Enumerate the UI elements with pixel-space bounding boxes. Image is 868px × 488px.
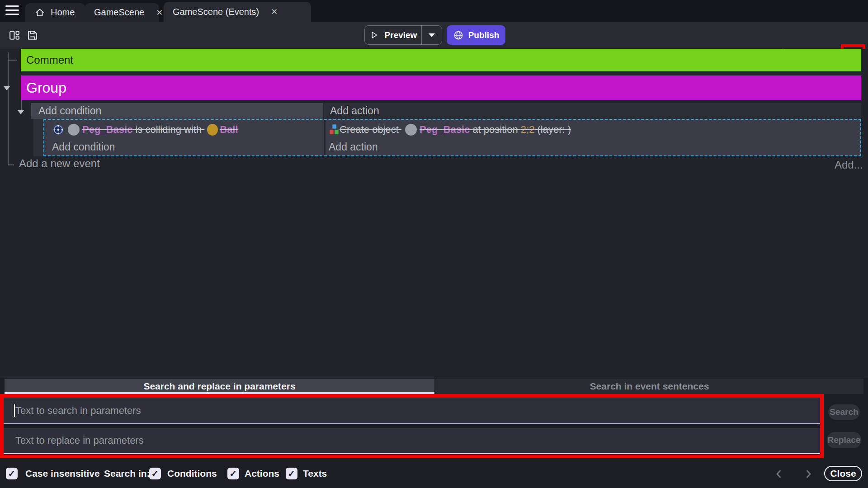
conditions-checkbox[interactable]: ✓	[149, 468, 161, 479]
replace-button[interactable]: Replace	[827, 432, 861, 448]
add-action-row[interactable]: Add action	[324, 103, 861, 119]
object-name: Ball	[220, 124, 238, 136]
active-tab-indicator	[5, 392, 434, 394]
group-row[interactable]: Group	[21, 75, 861, 100]
close-button-label: Close	[830, 468, 856, 479]
tab-gamescene-events[interactable]: GameScene (Events) ✕	[164, 2, 311, 22]
condition-action-divider	[324, 120, 326, 155]
action-text: Create object	[340, 124, 401, 136]
hamburger-menu-icon[interactable]	[5, 5, 19, 16]
text-caret	[14, 404, 15, 417]
tab-bar: Home GameScene ✕ GameScene (Events) ✕	[0, 0, 868, 22]
preview-button[interactable]: Preview	[365, 26, 421, 44]
condition-sentence[interactable]: Peg_Basic is colliding with Ball	[52, 122, 238, 138]
add-condition-label: Add condition	[52, 141, 115, 153]
close-button[interactable]: Close	[824, 466, 862, 481]
gdevelop-editor: Home GameScene ✕ GameScene (Events) ✕ Pr…	[0, 0, 868, 488]
previous-result-icon[interactable]	[774, 469, 784, 479]
event-collapse-icon[interactable]	[18, 110, 24, 114]
group-text: Group	[26, 80, 66, 96]
search-button[interactable]: Search	[828, 404, 860, 420]
selected-event-block[interactable]: Peg_Basic is colliding with Ball Add con…	[43, 119, 861, 156]
collision-behavior-icon	[52, 124, 64, 136]
tab-label: GameScene (Events)	[173, 7, 259, 17]
create-object-icon	[329, 124, 340, 136]
texts-label: Texts	[303, 468, 327, 479]
add-action-label: Add action	[329, 141, 378, 153]
check-icon: ✓	[230, 469, 237, 479]
tab-search-event-sentences[interactable]: Search in event sentences	[435, 379, 863, 394]
tree-line	[8, 52, 9, 165]
search-in-label: Search in:	[104, 468, 150, 479]
search-button-label: Search	[830, 407, 858, 417]
case-insensitive-label: Case insensitive	[25, 468, 100, 479]
action-text: (layer: )	[534, 124, 571, 136]
add-new-event-label: Add a new event	[19, 157, 100, 169]
actions-label: Actions	[245, 468, 279, 479]
object-icon-peg-basic	[405, 124, 417, 136]
chevron-down-icon	[429, 33, 435, 37]
group-collapse-icon[interactable]	[4, 86, 10, 90]
add-new-event-button[interactable]: Add a new event	[19, 157, 100, 170]
publish-button[interactable]: Publish	[447, 25, 505, 45]
check-icon: ✓	[288, 469, 296, 479]
tab-label: GameScene	[94, 7, 144, 18]
events-sheet: Comment Group Add condition Add action P…	[0, 49, 868, 378]
check-icon: ✓	[8, 469, 16, 479]
replace-input-wrapper	[4, 428, 820, 454]
action-sentence[interactable]: Create object Peg_Basic at position 2;2 …	[329, 122, 571, 138]
object-icon-ball	[207, 124, 218, 136]
search-input-wrapper	[4, 398, 820, 424]
globe-icon	[453, 30, 464, 41]
preview-dropdown-button[interactable]	[421, 26, 442, 44]
close-tab-icon[interactable]: ✕	[271, 7, 278, 17]
close-tab-icon[interactable]: ✕	[156, 8, 163, 18]
comment-text: Comment	[26, 54, 73, 66]
tab-gamescene[interactable]: GameScene ✕	[85, 3, 159, 22]
replace-button-label: Replace	[828, 435, 861, 445]
event-drag-handle[interactable]	[33, 119, 42, 156]
conditions-label: Conditions	[167, 468, 217, 479]
position-value: 2;2	[521, 124, 535, 136]
toggle-panels-icon[interactable]	[8, 29, 21, 42]
toolbar: Preview Publish	[0, 22, 868, 49]
tab-label: Home	[51, 7, 75, 18]
save-icon[interactable]	[26, 29, 39, 42]
condition-text: is colliding with	[132, 124, 204, 136]
comment-row[interactable]: Comment	[21, 49, 861, 71]
home-icon	[34, 7, 45, 18]
check-icon: ✓	[151, 469, 159, 479]
add-more-button[interactable]: Add...	[835, 159, 863, 171]
next-result-icon[interactable]	[803, 469, 813, 479]
add-action-button[interactable]: Add action	[329, 138, 378, 155]
preview-split-button[interactable]: Preview	[364, 25, 442, 45]
publish-label: Publish	[468, 30, 500, 40]
actions-checkbox[interactable]: ✓	[227, 468, 239, 479]
tab-home[interactable]: Home	[25, 3, 85, 22]
tree-line	[21, 100, 22, 110]
texts-checkbox[interactable]: ✓	[286, 468, 297, 479]
preview-label: Preview	[385, 30, 417, 40]
tab-label: Search in event sentences	[590, 381, 709, 391]
object-icon-peg-basic	[68, 124, 80, 136]
tab-search-replace-parameters[interactable]: Search and replace in parameters	[5, 379, 434, 394]
case-insensitive-checkbox[interactable]: ✓	[6, 468, 18, 479]
search-input[interactable]	[4, 398, 820, 423]
add-condition-button[interactable]: Add condition	[52, 138, 115, 155]
add-condition-label: Add condition	[38, 105, 101, 117]
search-panel: Search and replace in parameters Search …	[0, 378, 868, 488]
tab-label: Search and replace in parameters	[143, 381, 295, 391]
object-name: Peg_Basic	[420, 124, 470, 136]
object-name: Peg_Basic	[82, 124, 132, 136]
tree-line	[8, 164, 14, 165]
tree-line	[8, 60, 17, 61]
play-icon	[369, 30, 379, 40]
add-action-label: Add action	[330, 105, 379, 117]
add-more-label: Add...	[835, 159, 863, 171]
action-text: at position	[470, 124, 521, 136]
replace-input[interactable]	[4, 428, 820, 453]
add-condition-row[interactable]: Add condition	[31, 103, 323, 119]
